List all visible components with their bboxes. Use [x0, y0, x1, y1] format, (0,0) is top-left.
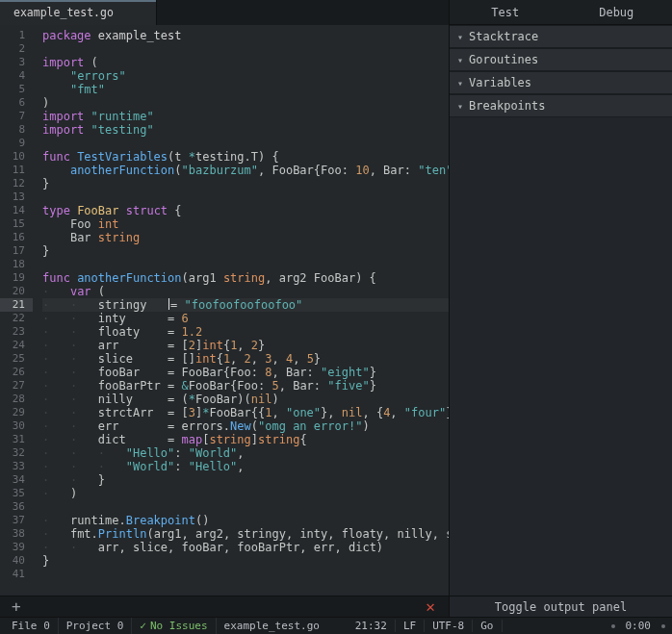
line-number: 31	[6, 433, 25, 446]
code-line[interactable]: · · arr, slice, fooBar, fooBarPtr, err, …	[42, 541, 449, 554]
editor-tab-label: example_test.go	[13, 6, 114, 19]
status-eol[interactable]: LF	[396, 620, 425, 632]
code-line[interactable]: }	[42, 244, 449, 258]
code-line[interactable]	[42, 137, 449, 150]
code-line[interactable]: import (	[42, 56, 449, 69]
status-cursor-pos[interactable]: 21:32	[348, 620, 396, 632]
code-line[interactable]: · runtime.Breakpoint()	[42, 514, 449, 527]
line-number: 3	[6, 56, 25, 69]
chevron-down-icon: ▾	[457, 32, 463, 42]
status-issues[interactable]: ✓ No Issues	[132, 618, 216, 634]
code-line[interactable]: import "testing"	[42, 123, 449, 137]
editor-column: example_test.go 123456789101112131415161…	[0, 0, 449, 617]
toggle-output-button[interactable]: Toggle output panel	[450, 596, 672, 617]
code-line[interactable]	[42, 190, 449, 204]
indicator-dot	[661, 624, 665, 628]
code-line[interactable]: Bar string	[42, 231, 449, 244]
editor-tab-active[interactable]: example_test.go	[0, 0, 157, 25]
line-number: 10	[6, 150, 25, 164]
code-line[interactable]: · · nilly = (*FooBar)(nil)	[42, 393, 449, 406]
code-line[interactable]: func TestVariables(t *testing.T) {	[42, 150, 449, 164]
code-line[interactable]: · · }	[42, 473, 449, 487]
editor-tab-bar: example_test.go	[0, 0, 449, 25]
line-number: 34	[6, 473, 25, 487]
code-line[interactable]: · fmt.Println(arg1, arg2, stringy, inty,…	[42, 527, 449, 541]
chevron-down-icon: ▾	[457, 78, 463, 89]
code-line[interactable]	[42, 258, 449, 271]
code-line[interactable]: package example_test	[42, 29, 449, 42]
section-breakpoints[interactable]: ▾ Breakpoints	[450, 94, 672, 117]
code-line[interactable]: anotherFunction("bazburzum", FooBar{Foo:…	[42, 164, 449, 177]
line-number: 18	[6, 258, 25, 271]
line-number: 40	[6, 554, 25, 568]
code-line[interactable]: · var (	[42, 285, 449, 298]
section-goroutines[interactable]: ▾ Goroutines	[450, 48, 672, 71]
line-number: 16	[6, 231, 25, 244]
code-line[interactable]: · · stringy = "foofoofoofoofoo"	[42, 298, 449, 312]
code-line[interactable]: · · fooBarPtr = &FooBar{Foo: 5, Bar: "fi…	[42, 379, 449, 393]
line-number: 12	[6, 177, 25, 190]
code-line[interactable]	[42, 42, 449, 56]
line-number: 5	[6, 83, 25, 96]
code-line[interactable]: )	[42, 96, 449, 110]
code-line[interactable]: · · dict = map[string]string{	[42, 433, 449, 446]
main-area: example_test.go 123456789101112131415161…	[0, 0, 672, 617]
add-tab-button[interactable]: +	[6, 599, 27, 615]
code-line[interactable]: · · · "Hello": "World",	[42, 446, 449, 460]
code-line[interactable]: · · err = errors.New("omg an error!")	[42, 419, 449, 433]
code-line[interactable]	[42, 500, 449, 514]
code-line[interactable]: · · strctArr = [3]*FooBar{{1, "one"}, ni…	[42, 406, 449, 419]
line-number: 23	[6, 325, 25, 339]
close-tab-button[interactable]: ✕	[418, 597, 443, 616]
line-number: 28	[6, 393, 25, 406]
line-number: 26	[6, 366, 25, 379]
line-number: 8	[6, 123, 25, 137]
line-number: 2	[6, 42, 25, 56]
line-number: 30	[6, 419, 25, 433]
line-number: 15	[6, 217, 25, 231]
tab-test[interactable]: Test	[450, 0, 561, 24]
line-number: 29	[6, 406, 25, 419]
line-number: 9	[6, 137, 25, 150]
code-line[interactable]: "errors"	[42, 69, 449, 83]
debug-panel-tabs: Test Debug	[450, 0, 672, 25]
code-line[interactable]: · · floaty = 1.2	[42, 325, 449, 339]
status-language[interactable]: Go	[473, 620, 502, 632]
code-line[interactable]: type FooBar struct {	[42, 204, 449, 217]
code-line[interactable]: func anotherFunction(arg1 string, arg2 F…	[42, 271, 449, 285]
code-area[interactable]: package example_testimport ( "errors" "f…	[33, 25, 449, 596]
status-encoding[interactable]: UTF-8	[425, 620, 473, 632]
line-number: 13	[6, 190, 25, 204]
line-number: 4	[6, 69, 25, 83]
chevron-down-icon: ▾	[457, 55, 463, 65]
status-project-errors[interactable]: Project 0	[59, 618, 133, 634]
status-filename[interactable]: example_test.go	[217, 618, 327, 634]
line-number: 39	[6, 541, 25, 554]
section-label: Goroutines	[469, 53, 538, 66]
line-gutter: 1234567891011121314151617181920212223242…	[0, 25, 33, 596]
status-file-errors[interactable]: File 0	[4, 618, 59, 634]
tab-debug[interactable]: Debug	[561, 0, 673, 24]
code-line[interactable]: import "runtime"	[42, 110, 449, 123]
code-line[interactable]: · )	[42, 487, 449, 500]
line-number: 35	[6, 487, 25, 500]
code-line[interactable]: Foo int	[42, 217, 449, 231]
section-stacktrace[interactable]: ▾ Stacktrace	[450, 25, 672, 48]
code-line[interactable]	[42, 568, 449, 581]
code-line[interactable]: }	[42, 554, 449, 568]
code-editor[interactable]: 1234567891011121314151617181920212223242…	[0, 25, 449, 596]
indicator-dot	[611, 624, 615, 628]
code-line[interactable]: · · slice = []int{1, 2, 3, 4, 5}	[42, 352, 449, 366]
status-bar: File 0 Project 0 ✓ No Issues example_tes…	[0, 617, 672, 634]
section-variables[interactable]: ▾ Variables	[450, 71, 672, 94]
code-line[interactable]: "fmt"	[42, 83, 449, 96]
code-line[interactable]: · · inty = 6	[42, 312, 449, 325]
code-line[interactable]: }	[42, 177, 449, 190]
app-root: example_test.go 123456789101112131415161…	[0, 0, 672, 634]
line-number: 7	[6, 110, 25, 123]
code-line[interactable]: · · arr = [2]int{1, 2}	[42, 339, 449, 352]
code-line[interactable]: · · · "World": "Hello",	[42, 460, 449, 473]
line-number: 24	[6, 339, 25, 352]
chevron-down-icon: ▾	[457, 101, 463, 112]
code-line[interactable]: · · fooBar = FooBar{Foo: 8, Bar: "eight"…	[42, 366, 449, 379]
